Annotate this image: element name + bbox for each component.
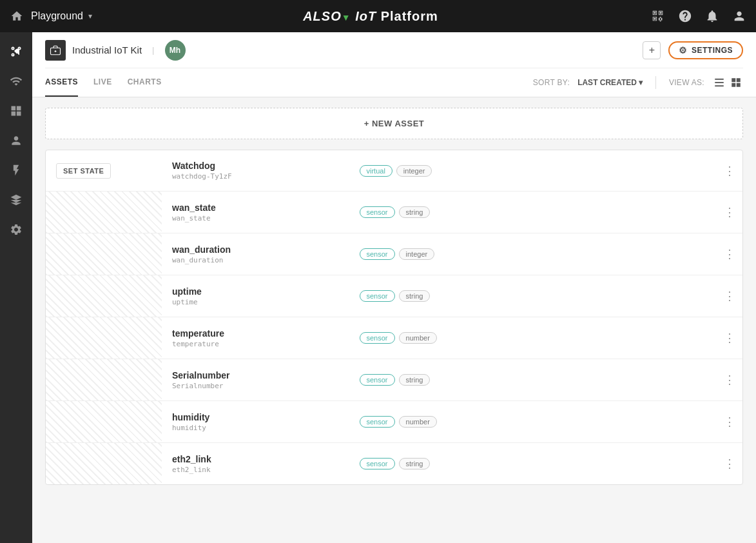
sort-select[interactable]: LAST CREATED ▾: [577, 78, 643, 87]
asset-name-col: wan_duration wan_duration: [162, 238, 349, 271]
asset-hatch-col: [46, 317, 162, 359]
tabs-bar: ASSETS LIVE CHARTS SORT BY: LAST CREATED…: [45, 68, 743, 97]
asset-menu-button[interactable]: ⋮: [721, 370, 738, 390]
content-body: + NEW ASSET SET STATE Watchdog watchdog-…: [32, 97, 756, 495]
tab-live[interactable]: LIVE: [93, 68, 112, 97]
qr-icon[interactable]: [649, 7, 667, 25]
notification-icon[interactable]: [703, 7, 721, 25]
table-row: wan_duration wan_duration sensor integer…: [46, 233, 742, 275]
add-button[interactable]: +: [643, 41, 661, 59]
main-layout: Industrial IoT Kit | Mh + ⚙ SETTINGS ASS…: [0, 32, 756, 543]
asset-state-col: SET STATE: [46, 157, 162, 185]
asset-tag-datatype: number: [399, 332, 437, 344]
asset-tags-col: sensor string: [349, 451, 530, 476]
set-state-button[interactable]: SET STATE: [56, 163, 111, 179]
asset-hatch-col: [46, 443, 162, 484]
asset-menu-button[interactable]: ⋮: [721, 161, 738, 181]
asset-menu-button[interactable]: ⋮: [721, 202, 738, 222]
tab-assets[interactable]: ASSETS: [45, 68, 78, 97]
asset-id: eth2_link: [172, 466, 339, 474]
asset-name-col: temperature temperature: [162, 322, 349, 355]
asset-tags-col: sensor string: [349, 368, 530, 392]
asset-id: Serialnumber: [172, 382, 339, 390]
view-label: VIEW AS:: [669, 78, 704, 87]
user-avatar-icon[interactable]: [730, 7, 748, 25]
separator: |: [152, 45, 154, 55]
help-icon[interactable]: [676, 7, 694, 25]
asset-name: humidity: [172, 412, 339, 422]
asset-value-col: [530, 331, 717, 344]
asset-name: wan_state: [172, 202, 339, 213]
settings-button[interactable]: ⚙ SETTINGS: [668, 41, 743, 59]
asset-tag-type: sensor: [360, 458, 395, 469]
asset-name-col: Serialnumber Serialnumber: [162, 364, 349, 397]
asset-tag-type: sensor: [360, 206, 395, 218]
asset-menu-button[interactable]: ⋮: [721, 328, 738, 348]
table-row: SET STATE Watchdog watchdog-Ty1zF virtua…: [46, 150, 742, 192]
kit-info: Industrial IoT Kit | Mh: [45, 40, 643, 61]
asset-menu-col: ⋮: [717, 244, 742, 264]
sidebar-item-users[interactable]: [3, 128, 29, 153]
new-asset-button[interactable]: + NEW ASSET: [45, 108, 743, 139]
asset-menu-col: ⋮: [717, 202, 742, 222]
asset-tag-datatype: string: [399, 374, 431, 386]
asset-tag-datatype: number: [399, 416, 437, 428]
sidebar-item-settings[interactable]: [3, 217, 29, 242]
asset-id: uptime: [172, 298, 339, 306]
asset-hatch-col: [46, 275, 162, 317]
asset-name-col: humidity humidity: [162, 406, 349, 439]
asset-value-col: [530, 206, 717, 219]
divider: [655, 76, 656, 89]
header-top: Industrial IoT Kit | Mh + ⚙ SETTINGS: [45, 32, 743, 68]
top-navigation: Playground ▾ ALSO▼ IoT Platform: [0, 0, 756, 32]
tab-charts[interactable]: CHARTS: [128, 68, 162, 97]
sidebar-item-fork[interactable]: [3, 39, 29, 64]
asset-value-col: [530, 164, 717, 177]
kit-icon: [45, 40, 66, 61]
asset-value-col: [530, 373, 717, 386]
asset-name: Serialnumber: [172, 370, 339, 380]
asset-id: humidity: [172, 424, 339, 432]
sort-chevron-icon: ▾: [639, 78, 643, 87]
asset-menu-col: ⋮: [717, 370, 742, 390]
asset-hatch-col: [46, 233, 162, 275]
asset-tag-datatype: string: [399, 458, 431, 469]
header-actions: + ⚙ SETTINGS: [643, 41, 743, 59]
asset-hatch-col: [46, 359, 162, 400]
grid-view-icon[interactable]: [729, 75, 743, 90]
asset-name: eth2_link: [172, 454, 339, 464]
asset-name: wan_duration: [172, 244, 339, 255]
asset-value-col: [530, 415, 717, 428]
table-row: uptime uptime sensor string ⋮: [46, 275, 742, 317]
tabs-right-controls: SORT BY: LAST CREATED ▾ VIEW AS:: [533, 75, 743, 90]
kit-name: Industrial IoT Kit: [72, 44, 142, 55]
asset-menu-button[interactable]: ⋮: [721, 286, 738, 306]
asset-menu-button[interactable]: ⋮: [721, 454, 738, 473]
asset-tags-col: virtual integer: [349, 159, 530, 183]
table-row: eth2_link eth2_link sensor string ⋮: [46, 443, 742, 484]
sidebar-item-lightning[interactable]: [3, 157, 29, 183]
list-view-icon[interactable]: [712, 75, 726, 90]
asset-menu-col: ⋮: [717, 454, 742, 473]
asset-tags-col: sensor integer: [349, 242, 530, 266]
view-toggles: [712, 75, 743, 90]
asset-id: wan_duration: [172, 256, 339, 264]
table-row: temperature temperature sensor number ⋮: [46, 317, 742, 359]
asset-menu-col: ⋮: [717, 412, 742, 431]
asset-name: Watchdog: [172, 161, 339, 171]
sidebar-item-signal[interactable]: [3, 68, 29, 94]
asset-table: SET STATE Watchdog watchdog-Ty1zF virtua…: [45, 150, 743, 485]
asset-menu-button[interactable]: ⋮: [721, 244, 738, 264]
asset-id: wan_state: [172, 214, 339, 222]
asset-name: uptime: [172, 286, 339, 297]
sidebar-item-dashboard[interactable]: [3, 98, 29, 124]
sidebar: [0, 32, 32, 543]
asset-id: watchdog-Ty1zF: [172, 172, 339, 181]
asset-menu-button[interactable]: ⋮: [721, 412, 738, 431]
sidebar-item-cube[interactable]: [3, 187, 29, 213]
asset-tag-datatype: integer: [396, 165, 432, 177]
content-header: Industrial IoT Kit | Mh + ⚙ SETTINGS ASS…: [32, 32, 756, 97]
asset-tag-datatype: string: [399, 206, 431, 218]
home-icon[interactable]: [8, 7, 26, 25]
playground-label: Playground: [31, 10, 83, 22]
